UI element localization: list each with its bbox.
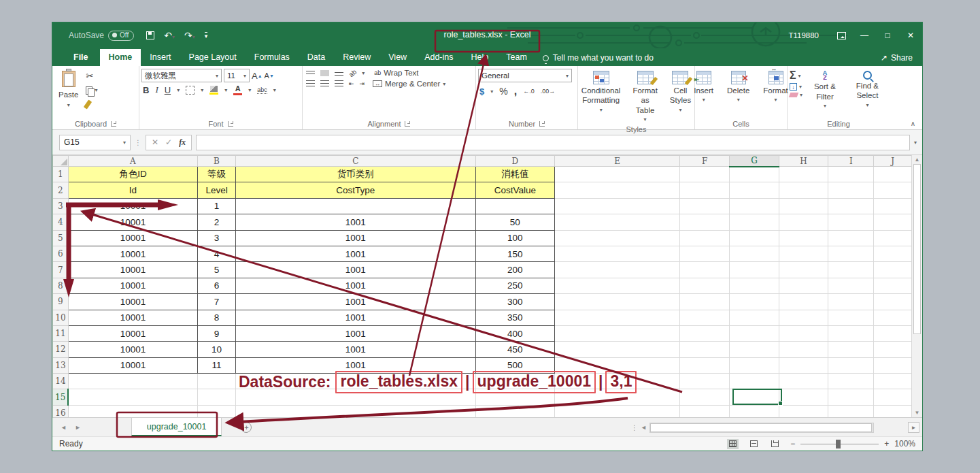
cell-F12[interactable] <box>680 342 730 357</box>
zoom-in-button[interactable]: + <box>884 439 889 448</box>
row-header-14[interactable]: 14 <box>53 374 69 389</box>
cell-B8[interactable]: 6 <box>198 278 236 293</box>
cell-J15[interactable] <box>874 389 912 405</box>
cell-B6[interactable]: 4 <box>198 246 236 261</box>
cell-G2[interactable] <box>730 182 779 198</box>
cell-F3[interactable] <box>680 198 730 214</box>
cell-B11[interactable]: 9 <box>198 325 236 341</box>
align-center-icon[interactable] <box>320 80 329 87</box>
delete-cells-button[interactable]: ✕ Delete ▾ <box>723 69 754 105</box>
cell-H8[interactable] <box>779 278 828 293</box>
cell-C11[interactable]: 1001 <box>235 325 475 341</box>
borders-button[interactable] <box>186 86 195 95</box>
cell-J11[interactable] <box>874 325 912 341</box>
cell-A4[interactable]: 10001 <box>68 214 197 230</box>
sheet-tab-upgrade-10001[interactable]: upgrade_10001 <box>131 418 222 436</box>
cell-J9[interactable] <box>874 294 912 310</box>
align-left-icon[interactable] <box>306 80 315 87</box>
cell-I4[interactable] <box>828 214 874 230</box>
prev-sheet-icon[interactable]: ◄ <box>61 424 67 431</box>
cell-D3[interactable] <box>475 198 554 214</box>
hscroll-thumb[interactable] <box>650 423 872 432</box>
cell-F4[interactable] <box>680 214 730 230</box>
column-header-B[interactable]: B <box>198 156 236 167</box>
horizontal-scrollbar[interactable]: ⋮ ◄ ► <box>631 421 919 434</box>
cell-H2[interactable] <box>779 182 828 198</box>
merge-center-button[interactable]: ↔ Merge & Center ▾ <box>373 80 445 88</box>
cell-E4[interactable] <box>555 214 680 230</box>
row-header-12[interactable]: 12 <box>53 342 69 357</box>
phonetic-guide-button[interactable]: abc <box>257 86 267 94</box>
cell-F11[interactable] <box>680 325 730 341</box>
cell-I6[interactable] <box>828 246 874 261</box>
row-header-13[interactable]: 13 <box>53 357 69 373</box>
cell-A10[interactable]: 10001 <box>68 310 197 325</box>
row-header-15[interactable]: 15 <box>53 389 69 405</box>
cell-G6[interactable] <box>730 246 779 261</box>
ribbon-tab-formulas[interactable]: Formulas <box>246 49 299 66</box>
cell-D12[interactable]: 450 <box>475 342 554 357</box>
cell-E1[interactable] <box>555 167 680 182</box>
cell-J3[interactable] <box>874 198 912 214</box>
cell-C2[interactable]: CostType <box>235 182 475 198</box>
cut-button[interactable]: ✂ <box>84 69 99 83</box>
hscroll-track[interactable] <box>649 423 874 433</box>
ribbon-tab-data[interactable]: Data <box>299 49 334 66</box>
next-sheet-icon[interactable]: ► <box>75 424 81 431</box>
font-dialog-launcher-icon[interactable] <box>228 121 233 127</box>
align-middle-icon[interactable] <box>320 70 329 76</box>
insert-cells-button[interactable]: ⇤ Insert ▾ <box>690 69 717 105</box>
cell-G10[interactable] <box>730 310 779 325</box>
row-header-7[interactable]: 7 <box>53 262 69 278</box>
cell-D6[interactable]: 150 <box>475 246 554 261</box>
tab-splitter-icon[interactable]: ⋮ <box>631 424 638 431</box>
cell-H1[interactable] <box>779 167 828 182</box>
cell-B12[interactable]: 10 <box>198 342 236 357</box>
row-header-1[interactable]: 1 <box>53 167 69 182</box>
cell-A5[interactable]: 10001 <box>68 230 197 246</box>
cell-B9[interactable]: 7 <box>198 294 236 310</box>
column-header-I[interactable]: I <box>828 156 874 167</box>
cell-F13[interactable] <box>680 357 730 373</box>
cell-H4[interactable] <box>779 214 828 230</box>
cell-F9[interactable] <box>680 294 730 310</box>
increase-decimal-icon[interactable]: ←.0 <box>523 88 535 95</box>
cell-C10[interactable]: 1001 <box>235 310 475 325</box>
cell-F14[interactable] <box>680 374 730 389</box>
cell-J5[interactable] <box>874 230 912 246</box>
cell-G3[interactable] <box>730 198 779 214</box>
cell-C1[interactable]: 货币类别 <box>235 167 475 182</box>
cell-J16[interactable] <box>874 405 912 417</box>
increase-indent-icon[interactable]: ⇥ <box>360 80 365 87</box>
font-size-combo[interactable]: 11 ▾ <box>224 69 250 82</box>
decrease-decimal-icon[interactable]: .00→ <box>541 88 556 95</box>
cell-H11[interactable] <box>779 325 828 341</box>
cell-I13[interactable] <box>828 357 874 373</box>
cell-C8[interactable]: 1001 <box>235 278 475 293</box>
cell-I8[interactable] <box>828 278 874 293</box>
sort-filter-button[interactable]: AZ Sort & Filter ▾ <box>807 69 843 112</box>
find-select-button[interactable]: Find & Select ▾ <box>847 69 888 111</box>
cell-G12[interactable] <box>730 342 779 357</box>
cell-I9[interactable] <box>828 294 874 310</box>
cell-D5[interactable]: 100 <box>475 230 554 246</box>
column-header-G[interactable]: G <box>730 156 779 167</box>
ribbon-tab-insert[interactable]: Insert <box>141 49 180 66</box>
cell-F1[interactable] <box>680 167 730 182</box>
cell-A16[interactable] <box>68 405 197 417</box>
cell-H7[interactable] <box>779 262 828 278</box>
cell-H14[interactable] <box>779 374 828 389</box>
cell-E11[interactable] <box>555 325 680 341</box>
row-header-16[interactable]: 16 <box>53 405 69 417</box>
cell-E16[interactable] <box>555 405 680 417</box>
minimize-button[interactable]: — <box>853 22 876 48</box>
share-button[interactable]: ↗ Share <box>871 53 922 66</box>
cell-E6[interactable] <box>555 246 680 261</box>
cell-J10[interactable] <box>874 310 912 325</box>
cell-E12[interactable] <box>555 342 680 357</box>
cell-F2[interactable] <box>680 182 730 198</box>
cell-E5[interactable] <box>555 230 680 246</box>
cell-I10[interactable] <box>828 310 874 325</box>
conditional-formatting-button[interactable]: Conditional Formatting ▾ <box>577 69 625 116</box>
cell-I2[interactable] <box>828 182 874 198</box>
